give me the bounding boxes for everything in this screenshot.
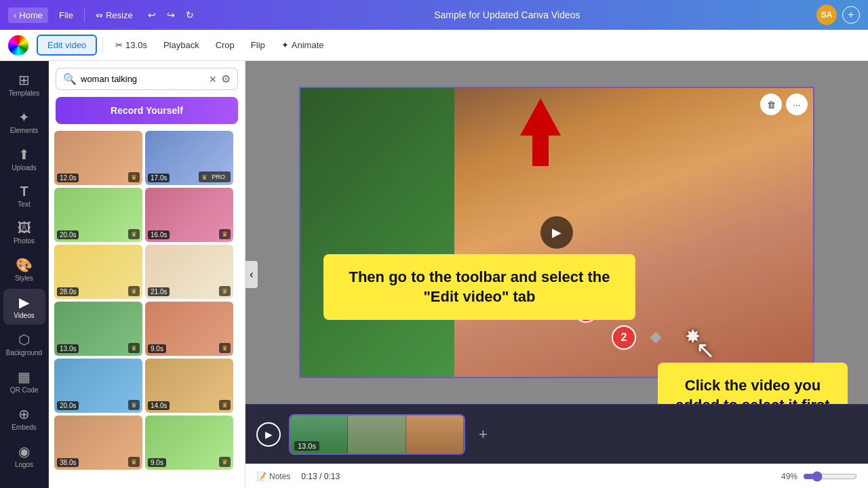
sidebar-item-qrcode[interactable]: ▦ QR Code bbox=[3, 363, 45, 399]
sidebar-item-logos[interactable]: ◉ Logos bbox=[3, 438, 45, 474]
flip-button[interactable]: Flip bbox=[244, 37, 272, 54]
videos-icon: ▶ bbox=[19, 294, 29, 310]
video-thumb-11[interactable]: 38.0s ♛ bbox=[54, 415, 142, 470]
video-thumb-7[interactable]: 13.0s ♛ bbox=[54, 302, 142, 356]
sidebar-item-embeds[interactable]: ⊕ Embeds bbox=[3, 401, 45, 436]
canvas-viewport[interactable]: 🗑 ··· ▶ 2 Then go to the toolbar and sel… bbox=[245, 61, 868, 404]
more-options-button[interactable]: ··· bbox=[786, 94, 808, 115]
toolbar: Edit video ✂ 13.0s Playback Crop Flip ✦ … bbox=[0, 30, 868, 61]
thumb-duration-5: 28.0s bbox=[57, 287, 79, 296]
notes-button[interactable]: 📝 Notes bbox=[256, 472, 290, 481]
delete-video-button[interactable]: 🗑 bbox=[760, 94, 782, 115]
sidebar-label-logos: Logos bbox=[15, 461, 33, 468]
edit-video-tab[interactable]: Edit video bbox=[37, 35, 97, 56]
video-thumb-8[interactable]: 9.0s ♛ bbox=[145, 302, 233, 356]
video-thumb-6[interactable]: 21.0s ♛ bbox=[145, 245, 233, 299]
sidebar-label-text: Text bbox=[18, 201, 30, 208]
timeline-play-button[interactable]: ▶ bbox=[256, 422, 281, 447]
thumb-duration-11: 38.0s bbox=[57, 458, 79, 467]
sidebar-item-photos[interactable]: 🖼 Photos bbox=[3, 215, 45, 250]
redo-button[interactable]: ↪ bbox=[163, 7, 179, 23]
clip-duration: 13.0s bbox=[294, 441, 319, 451]
home-button[interactable]: ‹ Home bbox=[8, 7, 48, 23]
sidebar-label-styles: Styles bbox=[15, 274, 33, 282]
video-panel: 🔍 ✕ ⚙ Record Yourself 12.0s ♛ 17.0s ♛PRO… bbox=[49, 61, 245, 488]
play-video-button[interactable]: ▶ bbox=[540, 216, 573, 249]
tooltip-click-text: Click the video you added to select it f… bbox=[674, 376, 831, 404]
thumb-duration-10: 14.0s bbox=[148, 401, 170, 410]
video-thumb-5[interactable]: 28.0s ♛ bbox=[54, 245, 142, 299]
sidebar-item-elements[interactable]: ✦ Elements bbox=[3, 104, 45, 140]
sidebar-item-templates[interactable]: ⊞ Templates bbox=[3, 66, 45, 102]
animate-button[interactable]: ✦ Animate bbox=[275, 37, 331, 54]
photos-icon: 🖼 bbox=[18, 220, 31, 236]
sidebar-label-templates: Templates bbox=[9, 89, 40, 97]
thumb-duration-7: 13.0s bbox=[57, 344, 79, 353]
sidebar-label-embeds: Embeds bbox=[12, 424, 37, 431]
document-title: Sample for Updated Canva Videos bbox=[203, 9, 811, 20]
sidebar-item-videos[interactable]: ▶ Videos bbox=[3, 289, 45, 325]
nav-divider bbox=[84, 8, 85, 22]
sidebar-item-uploads[interactable]: ⬆ Uploads bbox=[3, 141, 45, 177]
resize-button[interactable]: ⇔ Resize bbox=[90, 7, 138, 23]
background-icon: ⬡ bbox=[18, 331, 30, 348]
playback-button[interactable]: Playback bbox=[157, 37, 206, 54]
resize-label: Resize bbox=[106, 10, 133, 20]
topbar: ‹ Home File ⇔ Resize ↩ ↪ ↻ Sample for Up… bbox=[0, 0, 868, 30]
color-wheel[interactable] bbox=[8, 35, 28, 56]
home-label: Home bbox=[19, 10, 43, 20]
tooltip-toolbar-text: Then go to the toolbar and select the "E… bbox=[340, 268, 619, 306]
video-thumb-3[interactable]: 20.0s ♛ bbox=[54, 188, 142, 242]
main-layout: ⊞ Templates ✦ Elements ⬆ Uploads T Text … bbox=[0, 61, 868, 488]
templates-icon: ⊞ bbox=[18, 72, 30, 88]
video-controls: 🗑 ··· bbox=[760, 94, 808, 115]
search-input[interactable] bbox=[81, 74, 205, 84]
tooltip-click: Click the video you added to select it f… bbox=[658, 363, 848, 404]
zoom-percent: 49% bbox=[781, 472, 797, 481]
sidebar-item-text[interactable]: T Text bbox=[3, 178, 45, 214]
video-thumb-2[interactable]: 17.0s ♛PRO bbox=[145, 131, 233, 185]
search-bar[interactable]: 🔍 ✕ ⚙ bbox=[56, 68, 238, 90]
video-thumb-10[interactable]: 14.0s ♛ bbox=[145, 359, 233, 413]
thumb-duration-6: 21.0s bbox=[148, 287, 170, 296]
undo-button[interactable]: ↩ bbox=[144, 7, 160, 23]
panel-collapse-button[interactable]: ‹ bbox=[245, 261, 258, 288]
video-thumb-4[interactable]: 16.0s ♛ bbox=[145, 188, 233, 242]
record-yourself-button[interactable]: Record Yourself bbox=[56, 97, 238, 124]
step2-label: 2 bbox=[621, 331, 627, 344]
thumb-duration-9: 20.0s bbox=[57, 401, 79, 410]
video-thumb-9[interactable]: 20.0s ♛ bbox=[54, 359, 142, 413]
scissors-icon: ✂ bbox=[115, 40, 123, 50]
sidebar-label-uploads: Uploads bbox=[12, 164, 37, 171]
refresh-button[interactable]: ↻ bbox=[182, 7, 198, 23]
animate-icon: ✦ bbox=[281, 40, 289, 50]
canvas-area: ‹ 🗑 ··· ▶ bbox=[245, 61, 868, 488]
zoom-slider[interactable] bbox=[803, 471, 857, 482]
sidebar-item-background[interactable]: ⬡ Background bbox=[3, 326, 45, 362]
resize-icon: ⇔ bbox=[96, 10, 103, 20]
crop-button[interactable]: Crop bbox=[209, 37, 241, 54]
sidebar-label-videos: Videos bbox=[14, 312, 34, 319]
styles-icon: 🎨 bbox=[16, 257, 33, 273]
timeline-clip[interactable]: 13.0s bbox=[289, 414, 465, 455]
notes-icon: 📝 bbox=[256, 472, 267, 481]
filter-button[interactable]: ⚙ bbox=[221, 73, 231, 85]
playback-time: 0:13 / 0:13 bbox=[301, 472, 340, 481]
file-button[interactable]: File bbox=[54, 7, 79, 23]
chevron-left-icon: ‹ bbox=[14, 10, 16, 20]
toolbar-separator bbox=[102, 37, 103, 54]
avatar[interactable]: SA bbox=[816, 5, 837, 25]
sidebar-item-styles[interactable]: 🎨 Styles bbox=[3, 251, 45, 287]
svg-marker-0 bbox=[520, 98, 561, 166]
uploads-icon: ⬆ bbox=[18, 146, 30, 163]
add-clip-button[interactable]: + bbox=[473, 420, 493, 449]
file-label: File bbox=[59, 10, 73, 20]
animate-label: Animate bbox=[292, 40, 324, 50]
video-thumb-12[interactable]: 9.0s ♛ bbox=[145, 415, 233, 470]
clear-search-button[interactable]: ✕ bbox=[209, 74, 217, 85]
add-collaborator-button[interactable]: + bbox=[842, 6, 860, 24]
thumb-duration-3: 20.0s bbox=[57, 230, 79, 239]
duration-item[interactable]: ✂ 13.0s bbox=[108, 37, 154, 54]
sidebar-label-background: Background bbox=[6, 349, 42, 357]
video-thumb-1[interactable]: 12.0s ♛ bbox=[54, 131, 142, 185]
